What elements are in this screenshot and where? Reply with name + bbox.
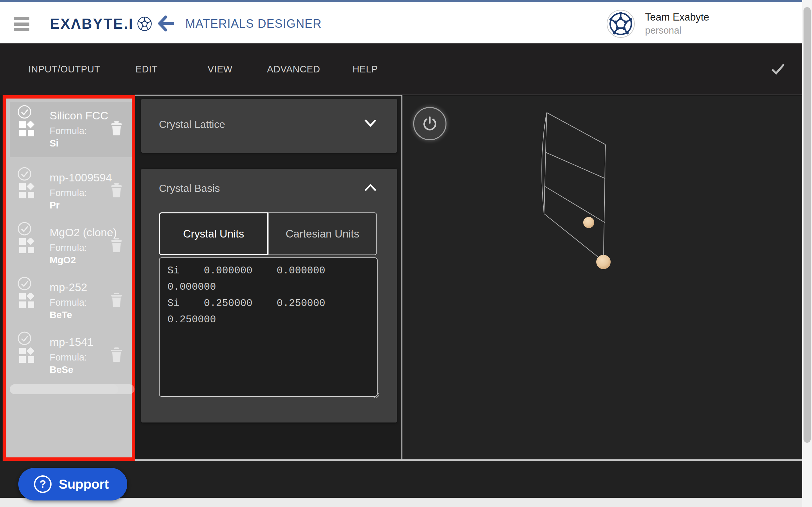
- trash-icon[interactable]: [111, 121, 122, 135]
- trash-icon[interactable]: [111, 238, 122, 252]
- page-scrollbar[interactable]: [802, 0, 812, 507]
- material-name: mp-1541: [50, 336, 93, 348]
- panel-title: Crystal Lattice: [159, 118, 225, 130]
- material-name: mp-1009594: [50, 171, 112, 184]
- material-formula: Pr: [50, 200, 60, 211]
- check-icon[interactable]: [771, 63, 785, 75]
- material-icon: [19, 347, 35, 364]
- logo-text: EXΛBYTE.I: [50, 16, 134, 32]
- material-item[interactable]: mp-1541 Formula: BeSe: [10, 329, 132, 384]
- basis-coordinates-textarea[interactable]: Si 0.000000 0.000000 0.000000 Si 0.25000…: [159, 258, 378, 397]
- chevron-up-icon[interactable]: [364, 184, 377, 191]
- page-scrollbar-thumb[interactable]: [804, 7, 811, 443]
- material-item[interactable]: mp-252 Formula: BeTe: [10, 274, 132, 329]
- materials-list-highlighted: Silicon FCC Formula: Si: [3, 95, 135, 461]
- atom-sphere: [596, 255, 611, 269]
- circle-check-icon[interactable]: [17, 276, 32, 291]
- sidebar-scrollbar-thumb[interactable]: [10, 384, 118, 394]
- material-formula: BeSe: [50, 364, 73, 375]
- material-formula: MgO2: [50, 255, 76, 266]
- material-icon: [19, 183, 35, 199]
- menu-item-advanced[interactable]: ADVANCED: [267, 43, 320, 95]
- materials-designer-app: EXΛBYTE.I: [0, 0, 812, 507]
- material-icon: [19, 293, 35, 309]
- menu-item-input-output[interactable]: INPUT/OUTPUT: [29, 43, 100, 95]
- trash-icon[interactable]: [111, 293, 122, 307]
- circle-check-icon[interactable]: [17, 167, 32, 181]
- account-plan: personal: [645, 25, 709, 36]
- trash-icon[interactable]: [111, 347, 122, 362]
- material-name: MgO2 (clone): [50, 226, 117, 239]
- material-formula-label: Formula:: [50, 126, 87, 136]
- crystal-basis-header[interactable]: Crystal Basis: [141, 169, 397, 208]
- trash-icon[interactable]: [111, 183, 122, 198]
- units-tabs: Crystal Units Cartesian Units: [159, 212, 377, 255]
- material-icon: [19, 238, 35, 254]
- material-formula-label: Formula:: [50, 352, 87, 363]
- menubar: INPUT/OUTPUT EDIT VIEW ADVANCED HELP: [0, 43, 812, 95]
- menu-icon[interactable]: [14, 17, 30, 31]
- tab-cartesian-units[interactable]: Cartesian Units: [268, 212, 377, 255]
- material-item[interactable]: mp-1009594 Formula: Pr: [10, 164, 132, 219]
- circle-check-icon[interactable]: [17, 331, 32, 345]
- crystal-lattice-header[interactable]: Crystal Lattice: [141, 99, 397, 138]
- material-formula: BeTe: [50, 309, 72, 320]
- material-formula-label: Formula:: [50, 187, 87, 199]
- crystal-wireframe: [402, 95, 812, 459]
- tab-crystal-units[interactable]: Crystal Units: [159, 212, 268, 255]
- exabyte-logo[interactable]: EXΛBYTE.I: [50, 4, 152, 43]
- bottom-light-strip: [0, 498, 812, 507]
- crystal-lattice-panel: Crystal Lattice: [141, 99, 397, 153]
- menu-icon-bar: [14, 28, 30, 31]
- power-icon: [421, 115, 438, 132]
- menu-item-view[interactable]: VIEW: [208, 43, 232, 95]
- material-formula-label: Formula:: [50, 297, 87, 308]
- atom-sphere: [583, 217, 594, 228]
- back-arrow-icon[interactable]: [158, 15, 174, 32]
- crystal-basis-panel: Crystal Basis Crystal Units Cartesian Un…: [141, 169, 397, 422]
- app-header: EXΛBYTE.I: [0, 2, 812, 43]
- circle-check-icon[interactable]: [17, 222, 32, 236]
- content-area: Silicon FCC Formula: Si: [0, 95, 812, 459]
- panel-title: Crystal Basis: [159, 182, 220, 194]
- question-icon: ?: [34, 475, 52, 493]
- material-item[interactable]: MgO2 (clone) Formula: MgO2: [10, 219, 132, 274]
- avatar-fullerene-icon: [609, 12, 633, 36]
- power-button[interactable]: [413, 107, 446, 140]
- material-formula: Si: [50, 138, 58, 149]
- account-name: Team Exabyte: [645, 11, 709, 23]
- material-item[interactable]: Silicon FCC Formula: Si: [10, 102, 132, 157]
- sidebar-horizontal-scrollbar[interactable]: [10, 384, 134, 394]
- material-formula-label: Formula:: [50, 242, 87, 253]
- menu-icon-bar: [14, 17, 30, 20]
- support-label: Support: [59, 477, 109, 492]
- fullerene-logo-icon: [137, 16, 152, 31]
- material-icon: [19, 121, 35, 137]
- menu-icon-bar: [14, 22, 30, 26]
- account-menu[interactable]: Team Exabyte personal: [607, 4, 709, 43]
- 3d-viewport[interactable]: [402, 95, 812, 459]
- page-title: MATERIALS DESIGNER: [185, 4, 321, 43]
- support-button[interactable]: ? Support: [18, 468, 127, 501]
- avatar: [607, 10, 635, 38]
- material-name: Silicon FCC: [50, 109, 108, 122]
- resize-handle-icon[interactable]: [372, 392, 380, 399]
- circle-check-icon[interactable]: [17, 105, 32, 119]
- chevron-down-icon[interactable]: [364, 119, 377, 127]
- menu-item-help[interactable]: HELP: [353, 43, 378, 95]
- account-names: Team Exabyte personal: [645, 11, 709, 36]
- menu-item-edit[interactable]: EDIT: [136, 43, 158, 95]
- material-name: mp-252: [50, 281, 87, 294]
